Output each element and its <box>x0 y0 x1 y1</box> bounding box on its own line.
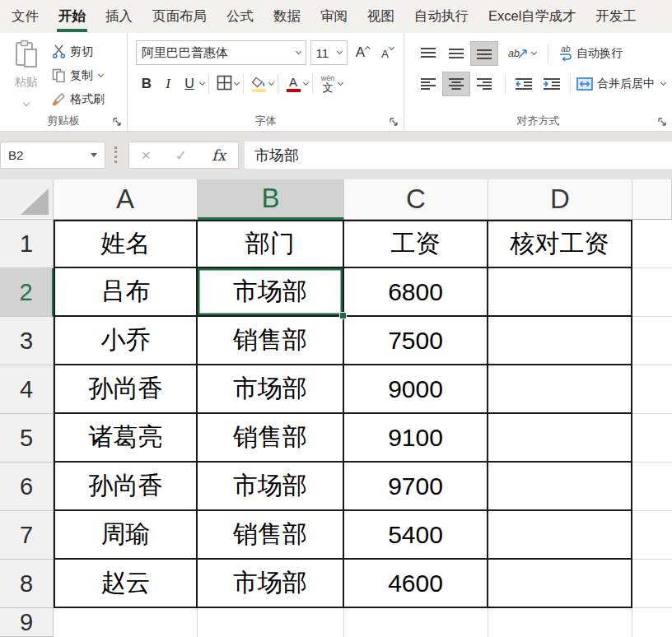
copy-button[interactable]: 复制 <box>50 63 105 87</box>
cell-d1[interactable]: 核对工资 <box>488 220 632 268</box>
row-header-5[interactable]: 5 <box>0 414 54 463</box>
enter-icon[interactable]: ✓ <box>175 146 188 165</box>
copy-dropdown-chevron[interactable] <box>98 71 104 77</box>
font-dialog-launcher[interactable] <box>388 116 399 128</box>
cancel-icon[interactable]: × <box>142 146 151 165</box>
cell-c4[interactable]: 9000 <box>344 365 488 414</box>
cell-a2[interactable]: 吕布 <box>54 268 198 317</box>
row-header-6[interactable]: 6 <box>0 463 54 511</box>
bold-button[interactable]: B <box>136 72 157 95</box>
cell-e9[interactable] <box>632 608 672 637</box>
decrease-indent-button[interactable] <box>510 72 538 96</box>
name-box[interactable]: B2 <box>0 142 105 169</box>
column-header-e[interactable] <box>632 179 672 220</box>
row-header-2[interactable]: 2 <box>0 268 54 317</box>
tab-home[interactable]: 开始 <box>49 0 96 33</box>
phonetic-dropdown-chevron[interactable] <box>338 80 343 86</box>
cell-b2-selected[interactable]: 市场部 <box>198 268 344 317</box>
formula-input[interactable]: 市场部 <box>245 142 672 169</box>
name-box-dropdown-icon[interactable] <box>91 153 97 157</box>
tab-developer[interactable]: 开发工 <box>586 0 646 33</box>
font-color-button[interactable]: A <box>282 72 304 95</box>
cell-c5[interactable]: 9100 <box>344 414 488 463</box>
cell-c8[interactable]: 4600 <box>344 560 488 608</box>
cell-d8[interactable] <box>488 560 632 608</box>
cell-b5[interactable]: 销售部 <box>198 414 344 463</box>
font-name-combobox[interactable]: 阿里巴巴普惠体 <box>136 40 306 65</box>
underline-dropdown-chevron[interactable] <box>199 80 205 86</box>
cell-e3[interactable] <box>632 317 672 365</box>
cell-a9[interactable] <box>54 608 198 637</box>
fill-color-button[interactable] <box>248 72 269 95</box>
tab-file[interactable]: 文件 <box>2 0 49 33</box>
cell-d9[interactable] <box>488 608 632 637</box>
select-all-button[interactable] <box>0 179 54 220</box>
shrink-font-button[interactable]: A <box>378 44 397 62</box>
wrap-text-button[interactable]: ab 自动换行 <box>559 45 623 62</box>
cell-a3[interactable]: 小乔 <box>54 317 198 365</box>
cut-button[interactable]: 剪切 <box>50 40 105 63</box>
tab-page-layout[interactable]: 页面布局 <box>142 0 217 33</box>
tab-excel-self-study[interactable]: Excel自学成才 <box>478 0 586 33</box>
font-color-dropdown-chevron[interactable] <box>303 80 309 86</box>
tab-automate[interactable]: 自动执行 <box>404 0 478 33</box>
column-header-c[interactable]: C <box>344 179 488 220</box>
fill-handle[interactable] <box>339 312 347 319</box>
increase-indent-button[interactable] <box>538 72 566 96</box>
cell-c9[interactable] <box>344 608 488 637</box>
fill-color-dropdown-chevron[interactable] <box>268 80 274 86</box>
row-header-1[interactable]: 1 <box>0 220 54 268</box>
cell-b7[interactable]: 销售部 <box>198 511 344 560</box>
formula-bar-resize-handle[interactable] <box>114 146 117 163</box>
clipboard-dialog-launcher[interactable] <box>111 116 123 128</box>
orientation-button[interactable]: ab <box>508 49 536 59</box>
tab-data[interactable]: 数据 <box>264 0 310 33</box>
cell-a5[interactable]: 诸葛亮 <box>54 414 198 463</box>
tab-insert[interactable]: 插入 <box>96 0 142 33</box>
borders-dropdown-chevron[interactable] <box>234 80 240 86</box>
cell-e7[interactable] <box>632 511 672 560</box>
cell-c7[interactable]: 5400 <box>344 511 488 560</box>
cell-e2[interactable] <box>632 268 672 317</box>
align-left-button[interactable] <box>414 72 442 96</box>
align-center-button[interactable] <box>442 72 470 96</box>
format-painter-button[interactable]: 格式刷 <box>50 87 105 111</box>
phonetic-guide-button[interactable]: wén 文 <box>317 72 338 95</box>
cell-c6[interactable]: 9700 <box>344 463 488 511</box>
cell-a7[interactable]: 周瑜 <box>54 511 198 560</box>
align-middle-button[interactable] <box>442 41 470 66</box>
column-header-a[interactable]: A <box>54 179 198 220</box>
cell-d7[interactable] <box>488 511 632 560</box>
cell-b8[interactable]: 市场部 <box>198 560 344 608</box>
row-header-4[interactable]: 4 <box>0 365 54 414</box>
cell-e5[interactable] <box>632 414 672 463</box>
cell-b4[interactable]: 市场部 <box>198 365 344 414</box>
row-header-8[interactable]: 8 <box>0 560 54 608</box>
row-header-7[interactable]: 7 <box>0 511 54 560</box>
font-size-combobox[interactable]: 11 <box>310 40 348 65</box>
cell-e4[interactable] <box>632 365 672 414</box>
tab-review[interactable]: 审阅 <box>310 0 357 33</box>
merge-center-button[interactable]: 合并后居中 <box>576 77 665 91</box>
cell-a4[interactable]: 孙尚香 <box>54 365 198 414</box>
align-top-button[interactable] <box>414 41 442 66</box>
cell-c2[interactable]: 6800 <box>344 268 488 317</box>
align-bottom-button[interactable] <box>470 41 498 66</box>
tab-view[interactable]: 视图 <box>357 0 404 33</box>
grow-font-button[interactable]: A <box>352 43 373 63</box>
alignment-dialog-launcher[interactable] <box>656 116 668 128</box>
cell-e6[interactable] <box>632 463 672 511</box>
underline-button[interactable]: U <box>179 72 200 95</box>
cell-b9[interactable] <box>198 608 344 637</box>
cell-b1[interactable]: 部门 <box>198 220 344 268</box>
cell-d4[interactable] <box>488 365 632 414</box>
italic-button[interactable]: I <box>157 72 179 95</box>
borders-button[interactable] <box>213 72 235 95</box>
cell-d6[interactable] <box>488 463 632 511</box>
tab-formulas[interactable]: 公式 <box>217 0 264 33</box>
cell-d5[interactable] <box>488 414 632 463</box>
cell-b6[interactable]: 市场部 <box>198 463 344 511</box>
row-header-3[interactable]: 3 <box>0 317 54 365</box>
column-header-d[interactable]: D <box>488 179 632 220</box>
cell-c1[interactable]: 工资 <box>344 220 488 268</box>
